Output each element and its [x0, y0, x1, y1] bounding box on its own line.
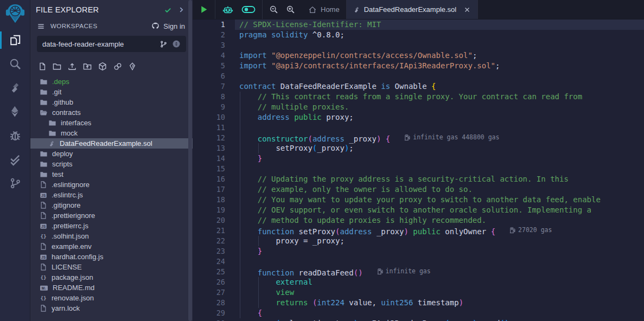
line-number[interactable]: 11	[193, 123, 239, 133]
line-number[interactable]: 8	[193, 92, 239, 102]
file-explorer-icon[interactable]	[0, 28, 30, 52]
line-number[interactable]: 3	[193, 40, 239, 50]
unit-testing-icon[interactable]	[0, 147, 30, 171]
code-text[interactable]: // method to update proxies is highly re…	[239, 215, 644, 226]
code-line[interactable]: 27 view	[193, 287, 644, 298]
tree-item-contracts[interactable]: contracts	[30, 107, 193, 118]
new-file-icon[interactable]	[38, 62, 47, 71]
code-text[interactable]	[239, 40, 644, 50]
line-number[interactable]: 17	[193, 184, 239, 195]
code-line[interactable]: 9 // multiple proxies.	[193, 102, 644, 112]
tree-item--prettierrc-js[interactable]: JS.prettierrc.js	[30, 221, 193, 231]
code-line[interactable]: 20 // method to update proxies is highly…	[193, 215, 644, 226]
line-number[interactable]: 4	[193, 50, 239, 61]
panel-chevron-right-icon[interactable]	[177, 6, 185, 14]
code-text[interactable]: address public proxy;	[239, 112, 644, 123]
panel-scrollbar[interactable]	[188, 0, 192, 321]
code-line[interactable]: 3	[193, 40, 644, 50]
line-number[interactable]: 1	[193, 20, 239, 30]
line-number[interactable]: 23	[193, 246, 239, 256]
code-editor[interactable]: 1// SPDX-License-Identifier: MIT2pragma …	[193, 19, 644, 321]
code-line[interactable]: 18 // You may want to update your proxy …	[193, 195, 644, 205]
copilot-toggle-icon[interactable]	[241, 5, 256, 14]
ipfs-cube-icon[interactable]	[98, 62, 107, 71]
code-text[interactable]: function setProxy(address _proxy) public…	[239, 226, 644, 236]
tree-item-example-env[interactable]: example.env	[30, 241, 193, 252]
tree-item-interfaces[interactable]: interfaces	[30, 118, 193, 128]
code-line[interactable]: 6	[193, 71, 644, 81]
code-text[interactable]: returns (int224 value, uint256 timestamp…	[239, 298, 644, 308]
line-number[interactable]: 6	[193, 71, 239, 81]
tree-item-license[interactable]: LICENSE	[30, 262, 193, 272]
tab-home[interactable]: Home	[302, 0, 346, 19]
line-number[interactable]: 14	[193, 153, 239, 164]
code-text[interactable]: }	[239, 153, 644, 164]
line-number[interactable]: 16	[193, 174, 239, 184]
tree-item-renovate-json[interactable]: {}renovate.json	[30, 293, 193, 303]
code-text[interactable]: // example, only the owner is allowed to…	[239, 184, 644, 195]
new-folder-icon[interactable]	[52, 62, 62, 71]
line-number[interactable]: 13	[193, 143, 239, 153]
line-number[interactable]: 5	[193, 61, 239, 71]
code-line[interactable]: 19 // OEV support, or even switch to ano…	[193, 205, 644, 215]
tree-item-scripts[interactable]: scripts	[30, 159, 193, 169]
git-icon[interactable]	[0, 171, 30, 195]
line-number[interactable]: 27	[193, 287, 239, 298]
code-text[interactable]: {	[239, 308, 644, 318]
code-text[interactable]	[239, 123, 644, 133]
workspace-selector[interactable]: data-feed-reader-example	[37, 36, 186, 52]
code-line[interactable]: 4import "@openzeppelin/contracts/access/…	[193, 50, 644, 61]
line-number[interactable]: 30	[193, 318, 239, 321]
tree-item-yarn-lock[interactable]: yarn.lock	[30, 303, 193, 313]
code-text[interactable]: // multiple proxies.	[239, 102, 644, 112]
line-number[interactable]: 7	[193, 81, 239, 92]
code-text[interactable]: import "@openzeppelin/contracts/access/O…	[239, 50, 644, 61]
ai-copilot-icon[interactable]	[222, 4, 234, 15]
tree-item--gitignore[interactable]: .gitignore	[30, 200, 193, 210]
upload-file-icon[interactable]	[67, 62, 77, 71]
code-line[interactable]: 23 }	[193, 246, 644, 256]
code-line[interactable]: 21 function setProxy(address _proxy) pub…	[193, 226, 644, 236]
code-line[interactable]: 16 // Updating the proxy address is a se…	[193, 174, 644, 184]
line-number[interactable]: 9	[193, 102, 239, 112]
code-line[interactable]: 2pragma solidity ^0.8.0;	[193, 30, 644, 40]
line-number[interactable]: 19	[193, 205, 239, 215]
tree-item-datafeedreaderexample-sol[interactable]: DataFeedReaderExample.sol	[30, 138, 193, 149]
close-tab-icon[interactable]	[463, 6, 471, 14]
line-number[interactable]: 12	[193, 133, 239, 143]
code-line[interactable]: 8 // This contract reads from a single p…	[193, 92, 644, 102]
gem-icon[interactable]	[128, 62, 137, 71]
code-line[interactable]: 28 returns (int224 value, uint256 timest…	[193, 298, 644, 308]
code-line[interactable]: 13 setProxy(_proxy);	[193, 143, 644, 153]
line-number[interactable]: 21	[193, 226, 239, 236]
code-text[interactable]: (value, timestamp) = IApi3ReaderProxy(pr…	[239, 318, 644, 321]
git-branch-icon[interactable]	[160, 40, 168, 48]
line-number[interactable]: 15	[193, 164, 239, 174]
code-text[interactable]: import "@api3/contracts/interfaces/IApi3…	[239, 61, 644, 71]
tree-item--eslintignore[interactable]: .eslintignore	[30, 179, 193, 190]
search-icon[interactable]	[0, 52, 30, 76]
line-number[interactable]: 28	[193, 298, 239, 308]
code-line[interactable]: 14 }	[193, 153, 644, 164]
code-text[interactable]: function readDataFeed()infinite gas	[239, 267, 644, 277]
code-text[interactable]	[239, 256, 644, 267]
workspaces-menu-icon[interactable]	[37, 22, 45, 30]
code-line[interactable]: 1// SPDX-License-Identifier: MIT	[193, 20, 644, 30]
code-text[interactable]: // SPDX-License-Identifier: MIT	[235, 20, 644, 30]
code-line[interactable]: 29 {	[193, 308, 644, 318]
sign-in-button[interactable]: Sign in	[151, 22, 185, 30]
code-text[interactable]	[239, 164, 644, 174]
code-line[interactable]: 30 (value, timestamp) = IApi3ReaderProxy…	[193, 318, 644, 321]
tree-item--github[interactable]: .github	[30, 97, 193, 107]
code-line[interactable]: 11	[193, 123, 644, 133]
deploy-run-icon[interactable]	[0, 100, 30, 124]
code-text[interactable]: external	[239, 277, 644, 287]
solidity-compiler-icon[interactable]	[0, 76, 30, 100]
line-number[interactable]: 18	[193, 195, 239, 205]
code-line[interactable]: 5import "@api3/contracts/interfaces/IApi…	[193, 61, 644, 71]
code-text[interactable]: // You may want to update your proxy to …	[239, 195, 644, 205]
code-text[interactable]	[239, 71, 644, 81]
code-line[interactable]: 10 address public proxy;	[193, 112, 644, 123]
line-number[interactable]: 24	[193, 256, 239, 267]
line-number[interactable]: 22	[193, 236, 239, 246]
